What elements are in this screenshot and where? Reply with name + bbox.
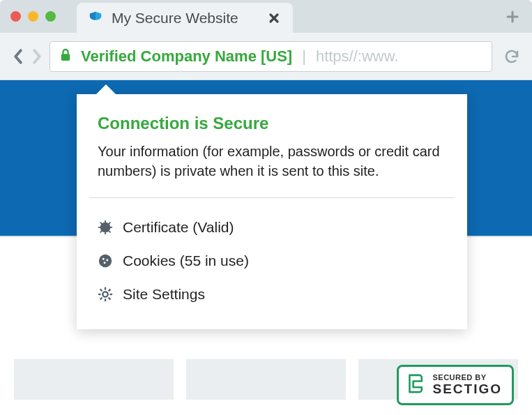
- svg-line-19: [100, 289, 102, 292]
- new-tab-button[interactable]: [506, 0, 519, 33]
- site-settings-label: Site Settings: [123, 286, 205, 303]
- url-preview: https//:www.: [316, 47, 399, 66]
- site-info-popover: Connection is Secure Your information (f…: [77, 94, 467, 329]
- svg-point-10: [99, 255, 112, 267]
- maximize-window-icon[interactable]: [45, 11, 56, 22]
- svg-rect-0: [61, 54, 70, 61]
- verified-company-label: Verified Company Name [US]: [81, 47, 292, 66]
- browser-window: My Secure Website Verified Company Name …: [0, 0, 532, 415]
- svg-line-22: [100, 298, 102, 300]
- tab-title: My Secure Website: [112, 10, 238, 27]
- divider: [89, 197, 455, 198]
- lock-icon: [60, 48, 71, 65]
- close-tab-icon[interactable]: [268, 12, 280, 24]
- svg-line-7: [109, 231, 111, 233]
- seal-bottom-label: SECTIGO: [432, 382, 502, 396]
- svg-point-13: [104, 262, 106, 264]
- svg-point-12: [106, 259, 108, 262]
- cookies-item[interactable]: Cookies (55 in use): [98, 244, 446, 278]
- svg-line-21: [109, 289, 111, 292]
- certificate-label: Certificate (Valid): [123, 219, 234, 236]
- back-button[interactable]: [10, 49, 24, 64]
- close-window-icon[interactable]: [10, 11, 21, 22]
- svg-line-20: [109, 298, 111, 300]
- minimize-window-icon[interactable]: [28, 11, 38, 22]
- address-bar[interactable]: Verified Company Name [US] | https//:www…: [50, 41, 492, 72]
- popover-description: Your information (for example, passwords…: [98, 142, 446, 181]
- card-placeholder: [14, 359, 174, 400]
- svg-line-6: [100, 222, 102, 225]
- page-content: Connection is Secure Your information (f…: [0, 80, 532, 415]
- favicon-shield-icon: [88, 10, 103, 26]
- svg-line-9: [100, 231, 102, 233]
- sectigo-logo-icon: [407, 372, 425, 398]
- card-placeholder: [186, 359, 346, 400]
- forward-button[interactable]: [30, 49, 44, 64]
- toolbar: Verified Company Name [US] | https//:www…: [0, 33, 532, 80]
- address-separator: |: [302, 47, 306, 66]
- cookies-label: Cookies (55 in use): [123, 252, 249, 269]
- window-controls: [10, 0, 56, 33]
- gear-icon: [98, 287, 113, 302]
- popover-title: Connection is Secure: [98, 114, 446, 133]
- svg-line-8: [109, 222, 111, 225]
- certificate-seal-icon: [98, 220, 113, 235]
- titlebar: My Secure Website: [0, 0, 532, 33]
- browser-tab[interactable]: My Secure Website: [77, 3, 293, 33]
- sectigo-seal[interactable]: SECURED BY SECTIGO: [397, 365, 514, 405]
- cookie-icon: [98, 253, 113, 269]
- reload-button[interactable]: [502, 48, 522, 65]
- svg-point-11: [102, 258, 105, 260]
- certificate-item[interactable]: Certificate (Valid): [98, 211, 446, 244]
- svg-point-14: [102, 292, 107, 296]
- site-settings-item[interactable]: Site Settings: [98, 278, 446, 311]
- seal-text: SECURED BY SECTIGO: [432, 374, 502, 395]
